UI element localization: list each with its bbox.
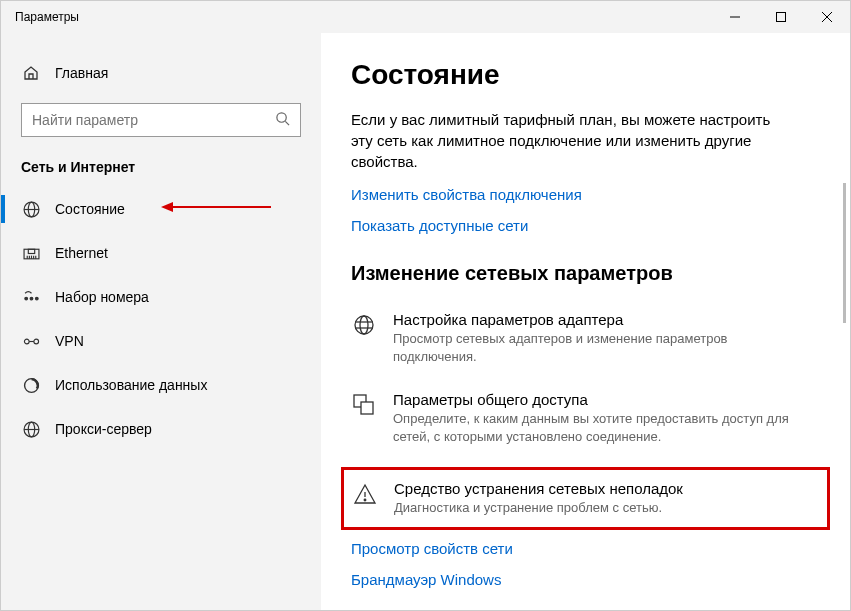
globe-icon — [21, 201, 41, 218]
page-title: Состояние — [351, 59, 810, 91]
nav-item-proxy[interactable]: Прокси-сервер — [1, 407, 321, 451]
window-controls — [712, 1, 850, 33]
svg-point-20 — [35, 297, 38, 300]
home-icon — [21, 65, 41, 81]
content-area: Состояние Если у вас лимитный тарифный п… — [321, 33, 850, 610]
search-icon — [275, 111, 290, 129]
svg-point-19 — [30, 297, 33, 300]
sharing-icon — [351, 391, 377, 417]
svg-point-4 — [277, 113, 286, 122]
nav-label: Ethernet — [55, 245, 108, 261]
nav-label: VPN — [55, 333, 84, 349]
close-button[interactable] — [804, 1, 850, 33]
nav-item-ethernet[interactable]: Ethernet — [1, 231, 321, 275]
data-usage-icon — [21, 377, 41, 394]
sidebar: Главная Сеть и Интернет С — [1, 33, 321, 610]
nav-label: Использование данных — [55, 377, 207, 393]
search-box[interactable] — [21, 103, 301, 137]
adapter-icon — [351, 311, 377, 337]
ethernet-icon — [21, 245, 41, 262]
nav-item-dialup[interactable]: Набор номера — [1, 275, 321, 319]
svg-point-28 — [355, 316, 373, 334]
link-firewall[interactable]: Брандмауэр Windows — [351, 571, 810, 588]
search-input[interactable] — [32, 112, 275, 128]
minimize-button[interactable] — [712, 1, 758, 33]
svg-rect-33 — [361, 402, 373, 414]
option-title: Настройка параметров адаптера — [393, 311, 810, 328]
svg-point-22 — [33, 339, 38, 344]
option-title: Параметры общего доступа — [393, 391, 810, 408]
page-description: Если у вас лимитный тарифный план, вы мо… — [351, 109, 781, 172]
nav-label: Набор номера — [55, 289, 149, 305]
section-heading: Изменение сетевых параметров — [351, 262, 810, 285]
home-nav[interactable]: Главная — [1, 57, 321, 89]
option-subtitle: Диагностика и устранение проблем с сетью… — [394, 499, 817, 517]
link-view-properties[interactable]: Просмотр свойств сети — [351, 540, 810, 557]
home-label: Главная — [55, 65, 108, 81]
window-title: Параметры — [15, 10, 79, 24]
nav-item-status[interactable]: Состояние — [1, 187, 321, 231]
highlight-annotation: Средство устранения сетевых неполадок Ди… — [341, 467, 830, 530]
nav-item-vpn[interactable]: VPN — [1, 319, 321, 363]
option-subtitle: Просмотр сетевых адаптеров и изменение п… — [393, 330, 810, 365]
link-available-networks[interactable]: Показать доступные сети — [351, 217, 810, 234]
option-adapter-settings[interactable]: Настройка параметров адаптера Просмотр с… — [351, 307, 810, 369]
option-troubleshooter[interactable]: Средство устранения сетевых неполадок Ди… — [352, 476, 817, 521]
svg-point-18 — [24, 297, 27, 300]
nav-label: Прокси-сервер — [55, 421, 152, 437]
svg-rect-1 — [777, 13, 786, 22]
svg-point-29 — [360, 316, 368, 334]
nav-label: Состояние — [55, 201, 125, 217]
maximize-button[interactable] — [758, 1, 804, 33]
option-sharing[interactable]: Параметры общего доступа Определите, к к… — [351, 387, 810, 449]
svg-point-21 — [24, 339, 29, 344]
dialup-icon — [21, 289, 41, 306]
svg-line-5 — [285, 121, 289, 125]
nav-item-datausage[interactable]: Использование данных — [1, 363, 321, 407]
scrollbar[interactable] — [843, 183, 846, 323]
warning-icon — [352, 480, 378, 506]
link-connection-properties[interactable]: Изменить свойства подключения — [351, 186, 810, 203]
proxy-icon — [21, 421, 41, 438]
category-heading: Сеть и Интернет — [1, 159, 321, 175]
option-title: Средство устранения сетевых неполадок — [394, 480, 817, 497]
svg-rect-12 — [28, 249, 34, 253]
svg-point-35 — [364, 499, 366, 501]
titlebar: Параметры — [1, 1, 850, 33]
vpn-icon — [21, 333, 41, 350]
option-subtitle: Определите, к каким данным вы хотите пре… — [393, 410, 810, 445]
nav-list: Состояние Ethernet Набор номера — [1, 187, 321, 451]
